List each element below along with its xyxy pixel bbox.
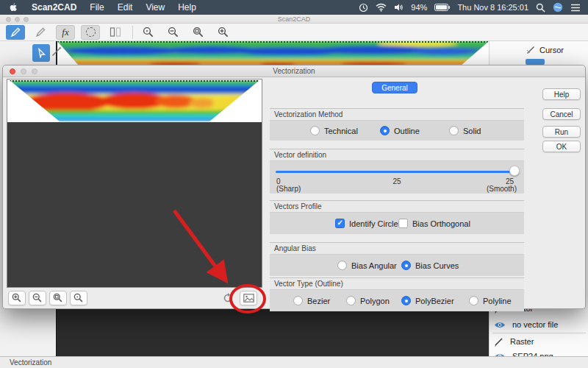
radio-technical[interactable]: Technical (310, 126, 358, 135)
section-angular-bias: Angular Bias Bias Angular Bias Curves (270, 242, 524, 276)
menu-app-name[interactable]: Scan2CAD (32, 2, 76, 13)
radio-icon (337, 261, 347, 270)
radio-label: Outline (394, 127, 420, 135)
radio-polyline[interactable]: Polyline (469, 296, 512, 305)
run-button[interactable]: Run (542, 126, 581, 138)
radio-icon (469, 296, 478, 305)
checkbox-icon (335, 219, 345, 228)
wifi-icon[interactable] (376, 3, 387, 12)
radio-polygon[interactable]: Polygon (346, 296, 390, 305)
cursor-pencil-icon (526, 46, 535, 54)
layers-vector-file-row[interactable]: no vector file (494, 318, 558, 331)
main-toolbar: fx (0, 24, 588, 41)
checkbox-identify-circles[interactable]: Identify Circles (335, 219, 402, 228)
radio-label: Solid (463, 127, 481, 135)
status-text: Vectorization (10, 358, 51, 367)
menu-file[interactable]: File (90, 2, 104, 13)
radio-label: Polygon (360, 297, 390, 305)
radio-polybezier[interactable]: PolyBezier (401, 296, 454, 305)
radio-icon (293, 296, 303, 305)
toolbar-separator (132, 26, 133, 39)
preview-image-area (7, 79, 262, 122)
zoom-in-button[interactable] (214, 25, 233, 40)
pencil-tool-icon[interactable] (51, 46, 62, 60)
checkbox-label: Identify Circles (349, 219, 402, 228)
dialog-settings-panel: General Vectorization Method Technical O… (270, 79, 524, 300)
section-vector-definition: Vector definition 0 (Sharp) 25 25 (Smoot… (270, 149, 524, 194)
time-machine-icon[interactable] (359, 3, 368, 13)
radio-label: Polyline (483, 297, 512, 305)
partially-hidden-blue-button[interactable] (526, 59, 545, 65)
raster-pencil-icon (494, 337, 503, 347)
apple-menu-icon[interactable] (9, 2, 18, 13)
preview-refresh-icon[interactable] (222, 292, 234, 307)
section-vectors-profile: Vectors Profile Identify Circles Bias Or… (270, 200, 524, 234)
edit-vector-tool-button[interactable] (31, 25, 50, 40)
vector-file-label: no vector file (512, 320, 558, 329)
slider-min-caption: (Sharp) (276, 185, 301, 193)
radio-bias-angular[interactable]: Bias Angular (337, 261, 397, 270)
dialog-title: Vectorization (3, 67, 585, 75)
window-title: Scan2CAD (0, 15, 588, 23)
zoom-out-button[interactable] (164, 25, 183, 40)
zoom-select-button[interactable] (139, 25, 158, 40)
dashed-circle-icon (86, 27, 96, 37)
definition-slider-track[interactable] (276, 171, 515, 173)
radio-icon (449, 126, 459, 135)
fx-label: fx (62, 26, 68, 38)
raster-image-area (57, 41, 489, 66)
menubar-clock[interactable]: Thu Nov 8 16:25:01 (457, 3, 528, 12)
fx-tool-button[interactable]: fx (56, 25, 75, 40)
mirror-tool-button[interactable] (106, 25, 125, 40)
radio-icon (401, 296, 411, 305)
definition-slider-knob[interactable] (509, 166, 520, 176)
window-titlebar: Scan2CAD (0, 15, 588, 24)
draw-vector-tool-button[interactable] (6, 25, 25, 40)
dialog-titlebar[interactable]: Vectorization (3, 66, 585, 77)
preview-zoom-in-button[interactable] (8, 291, 26, 305)
section-label: Vectorization Method (270, 109, 524, 120)
spotlight-search-icon[interactable] (536, 3, 545, 13)
menu-view[interactable]: View (146, 2, 165, 13)
slider-max-caption: (Smooth) (487, 185, 517, 193)
raster-header-label: Raster (510, 337, 534, 346)
select-circle-tool-button[interactable] (81, 25, 100, 40)
checkbox-bias-orthogonal[interactable]: Bias Orthogonal (398, 219, 470, 228)
radio-bezier[interactable]: Bezier (293, 296, 330, 305)
zoom-extents-button[interactable] (189, 25, 208, 40)
battery-icon (434, 4, 450, 11)
layers-raster-header-row[interactable]: Raster (494, 335, 534, 348)
section-label: Vector Type (Outline) (270, 278, 524, 289)
cancel-button[interactable]: Cancel (542, 108, 581, 120)
radio-outline[interactable]: Outline (380, 126, 420, 135)
radio-icon (380, 126, 390, 135)
menu-help[interactable]: Help (178, 2, 196, 13)
preview-zoom-out-button[interactable] (29, 291, 46, 305)
tab-general[interactable]: General (372, 82, 417, 93)
radio-solid[interactable]: Solid (449, 126, 481, 135)
section-vector-type: Vector Type (Outline) Bezier Polygon Pol… (270, 277, 524, 311)
status-bar: Vectorization (0, 356, 588, 368)
eye-icon (494, 321, 506, 329)
radio-icon (310, 126, 320, 135)
radio-label: Bias Angular (351, 261, 397, 270)
siri-icon[interactable] (553, 2, 563, 13)
notification-center-icon[interactable] (570, 4, 581, 12)
cursor-mode-row[interactable]: Cursor (526, 46, 564, 54)
section-label: Vectors Profile (270, 201, 524, 212)
help-button[interactable]: Help (542, 88, 581, 100)
radio-bias-curves[interactable]: Bias Curves (401, 261, 459, 270)
preview-show-image-button[interactable] (240, 291, 257, 305)
menu-edit[interactable]: Edit (118, 2, 133, 13)
macos-menubar: Scan2CAD File Edit View Help 94% Thu Nov… (0, 0, 588, 15)
vectorization-preview[interactable] (7, 79, 262, 288)
radio-label: Technical (324, 127, 358, 135)
section-label: Angular Bias (270, 243, 524, 254)
cursor-select-tool-button[interactable] (32, 44, 50, 62)
volume-icon[interactable] (394, 3, 404, 12)
cursor-label: Cursor (539, 46, 564, 54)
preview-zoom-extents-button[interactable] (49, 291, 67, 305)
radio-label: PolyBezier (415, 297, 454, 305)
preview-zoom-select-button[interactable] (70, 291, 87, 305)
ok-button[interactable]: OK (542, 141, 581, 152)
